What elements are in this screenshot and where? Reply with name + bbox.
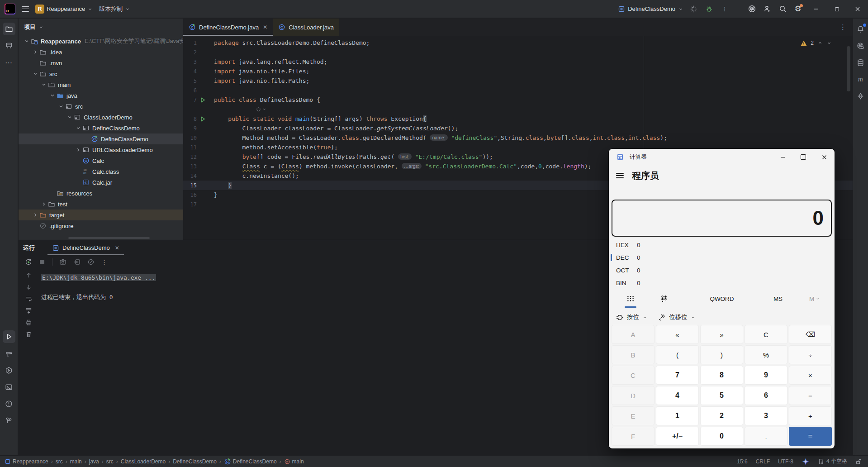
calc-close-button[interactable] — [814, 149, 835, 165]
scroll-up-icon[interactable] — [25, 272, 32, 279]
tree-chevron-open-icon[interactable] — [49, 92, 56, 99]
calc-menu-hamburger-icon[interactable] — [616, 173, 624, 178]
chevron-down-icon[interactable] — [38, 24, 44, 30]
code-vision-icon[interactable] — [256, 107, 266, 112]
project-widget[interactable]: R Reappearance — [35, 5, 93, 14]
tree-item-calc-jar[interactable]: Calc.jar — [19, 177, 183, 188]
inspection-widget[interactable]: 2 — [801, 40, 832, 46]
git-toolwindow-button[interactable] — [3, 414, 15, 427]
maven-toolwindow-button[interactable]: m — [854, 73, 867, 86]
console-command-line[interactable]: E:\JDK\jdk-8u65\bin\java.exe ... — [41, 274, 156, 281]
tab-classloader-java[interactable]: C ClassLoader.java — [273, 19, 339, 36]
radix-row-oct[interactable]: OCT 0 — [610, 264, 835, 276]
breadcrumb-item-java[interactable]: java — [89, 458, 99, 465]
run-tab-defineclassdemo[interactable]: DefineClassDemo ✕ — [47, 240, 124, 255]
calc-key-=[interactable]: = — [789, 427, 832, 446]
rerun-button[interactable] — [25, 258, 32, 266]
calc-key-C[interactable]: C — [745, 325, 787, 344]
calc-key-+[interactable]: + — [789, 406, 832, 425]
next-problem-icon[interactable] — [826, 40, 832, 46]
word-size-button[interactable]: QWORD — [693, 291, 751, 306]
code-line-8[interactable]: 8 public static void main(String[] args)… — [183, 114, 853, 124]
calc-key-4[interactable]: 4 — [656, 386, 699, 405]
window-close-button[interactable] — [847, 0, 868, 18]
line-separator[interactable]: CRLF — [756, 458, 770, 465]
radix-row-hex[interactable]: HEX 0 — [610, 238, 835, 251]
breadcrumb-item-src[interactable]: src — [56, 458, 63, 465]
radix-row-bin[interactable]: BIN 0 — [610, 276, 835, 289]
tree-chevron-closed-icon[interactable] — [32, 48, 39, 56]
tree-item-classloaderdemo[interactable]: ClassLoaderDemo — [19, 112, 183, 123]
calc-key-⌫[interactable]: ⌫ — [789, 325, 832, 344]
database-toolwindow-button[interactable] — [854, 56, 867, 69]
bit-shift-menu-button[interactable]: 位移位 — [655, 311, 699, 324]
calc-key-9[interactable]: 9 — [745, 366, 787, 385]
run-gutter-icon[interactable] — [197, 116, 209, 122]
caret-position[interactable]: 15:6 — [737, 458, 747, 465]
indent-config[interactable]: 4 个空格 — [818, 457, 847, 465]
breadcrumb-item-main[interactable]: mmain — [284, 458, 304, 465]
tree-item-reappearance[interactable]: ReappearanceE:\CTF\网络安全学习笔记\漏洞\Java安全\Ja — [19, 36, 183, 47]
run-toolwindow-button[interactable] — [3, 330, 15, 343]
services-toolwindow-button[interactable] — [3, 364, 15, 376]
calc-key-3[interactable]: 3 — [745, 406, 787, 425]
prev-problem-icon[interactable] — [817, 40, 823, 46]
calc-minimize-button[interactable] — [772, 149, 793, 165]
window-minimize-button[interactable] — [806, 0, 826, 18]
calc-key-6[interactable]: 6 — [745, 386, 787, 405]
toolbar-kebab-icon[interactable]: ⋮ — [101, 259, 107, 266]
tree-item-java[interactable]: java — [19, 90, 183, 101]
code-line-5[interactable]: 5import java.nio.file.Paths; — [183, 76, 853, 86]
tree-item-urlclassloaderdemo[interactable]: URLClassLoaderDemo — [19, 144, 183, 155]
calc-key-»[interactable]: » — [700, 325, 743, 344]
ai-chat-toolwindow-button[interactable] — [854, 39, 867, 52]
tree-item-main[interactable]: main — [19, 79, 183, 90]
run-gutter-icon[interactable] — [197, 97, 209, 103]
calculator-titlebar[interactable]: 计算器 — [609, 149, 835, 165]
tree-item--idea[interactable]: .idea — [19, 47, 183, 57]
breadcrumb-item-classloaderdemo[interactable]: ClassLoaderDemo — [121, 458, 166, 465]
tab-defineclassdemo-java[interactable]: C DefineClassDemo.java ✕ — [183, 19, 273, 36]
clear-console-trash-icon[interactable] — [25, 331, 32, 338]
tree-item-calc[interactable]: CCalc — [19, 155, 183, 166]
memory-menu-button[interactable]: M — [802, 291, 827, 306]
settings-gear-icon[interactable]: ⚙ — [790, 1, 806, 17]
calc-key-−[interactable]: − — [789, 386, 832, 405]
inlay-hint-row[interactable] — [183, 105, 853, 114]
code-line-4[interactable]: 4import java.nio.file.Files; — [183, 67, 853, 76]
calc-key-÷[interactable]: ÷ — [789, 345, 832, 364]
bit-toggle-keypad-toggle[interactable] — [654, 291, 674, 306]
print-icon[interactable] — [25, 319, 32, 326]
tree-item--gitignore[interactable]: .gitignore — [19, 220, 183, 231]
tree-chevron-open-icon[interactable] — [75, 124, 82, 132]
bitwise-menu-button[interactable]: 按位 — [612, 311, 651, 324]
breadcrumb-item-src[interactable]: src — [106, 458, 114, 465]
tab-options-kebab-icon[interactable]: ⋮ — [840, 19, 846, 36]
project-toolwindow-button[interactable] — [3, 23, 15, 35]
code-line-3[interactable]: 3import java.lang.reflect.Method; — [183, 57, 853, 67]
calc-key-%[interactable]: % — [745, 345, 787, 364]
memory-store-button[interactable]: MS — [766, 291, 790, 306]
editor-vertical-scrollbar[interactable] — [847, 46, 850, 91]
code-line-7[interactable]: 7public class DefineClassDemo { — [183, 95, 853, 105]
search-everywhere-icon[interactable] — [775, 1, 790, 17]
notifications-bell-icon[interactable] — [854, 23, 867, 35]
calc-key-×[interactable]: × — [789, 366, 832, 385]
terminal-toolwindow-button[interactable] — [3, 381, 15, 393]
tree-item-src[interactable]: src — [19, 68, 183, 79]
calc-key-7[interactable]: 7 — [656, 366, 699, 385]
calc-key-([interactable]: ( — [656, 345, 699, 364]
tree-chevron-open-icon[interactable] — [32, 70, 39, 77]
run-configuration-widget[interactable]: DefineClassDemo — [618, 5, 683, 13]
tree-item-calc-class[interactable]: 1001Calc.class — [19, 166, 183, 177]
full-keypad-toggle[interactable] — [621, 291, 640, 306]
problems-toolwindow-button[interactable] — [3, 397, 15, 410]
breadcrumb-item-reappearance[interactable]: Reappearance — [5, 458, 48, 465]
calc-maximize-button[interactable] — [793, 149, 814, 165]
calc-key-2[interactable]: 2 — [700, 406, 743, 425]
main-menu-icon[interactable] — [22, 6, 29, 12]
code-line-1[interactable]: 1package src.ClassLoaderDemo.DefineClass… — [183, 38, 853, 48]
breadcrumb-item-defineclassdemo[interactable]: DefineClassDemo — [173, 458, 217, 465]
calc-key-+/−[interactable]: +/− — [656, 427, 699, 446]
plugin-knot-icon[interactable] — [854, 90, 867, 102]
